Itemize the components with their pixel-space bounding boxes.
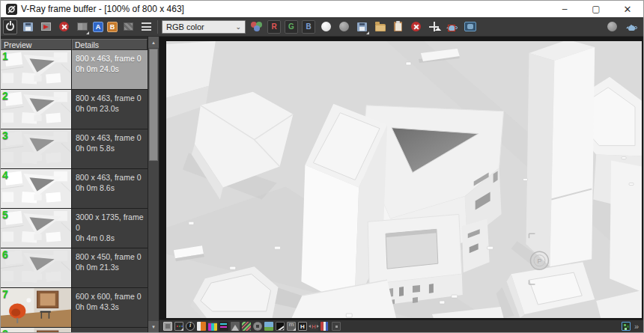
render-viewport: P H H bbox=[160, 37, 643, 332]
history-thumbnail[interactable]: 5 bbox=[1, 209, 72, 248]
history-row-details[interactable]: 800 x 463, frame 0 0h 0m 8.6s bbox=[72, 169, 148, 208]
pixel-info-icon[interactable] bbox=[186, 322, 195, 331]
scrollbar-thumb[interactable] bbox=[149, 49, 158, 161]
history-thumbnail[interactable]: 7 bbox=[1, 288, 72, 327]
alpha-channel-button[interactable] bbox=[319, 19, 333, 34]
maximize-button[interactable]: ▢ bbox=[580, 1, 612, 17]
history-thumbnail[interactable]: 3 bbox=[1, 129, 72, 168]
copy-to-clipboard-button[interactable] bbox=[391, 19, 405, 34]
display-corrections-icon[interactable] bbox=[174, 322, 183, 331]
history-row-number: 7 bbox=[2, 288, 8, 300]
lut-icon[interactable] bbox=[287, 322, 296, 331]
curve-editor-icon[interactable] bbox=[276, 322, 285, 331]
red-channel-button[interactable]: R bbox=[267, 20, 281, 34]
history-thumbnail[interactable]: 4 bbox=[1, 169, 72, 208]
render-time-text: 0h 0m 5.8s bbox=[76, 143, 144, 153]
levels-histogram-icon[interactable] bbox=[231, 322, 240, 331]
svg-text:P: P bbox=[537, 257, 541, 265]
channel-select-dropdown[interactable]: RGB color ⌄ bbox=[162, 20, 246, 34]
ab-compare-button[interactable] bbox=[75, 19, 89, 34]
render-time-text: 0h 0m 43.3s bbox=[76, 302, 144, 312]
history-row[interactable]: 8 600 x 600, frame 0 bbox=[1, 328, 148, 332]
region-render-teapot-icon bbox=[447, 22, 458, 31]
chevron-down-icon: ⌄ bbox=[235, 23, 241, 31]
track-mouse-button[interactable] bbox=[427, 19, 441, 34]
gray-circle-icon bbox=[339, 22, 349, 31]
region-render-button[interactable] bbox=[445, 19, 459, 34]
history-row-details[interactable]: 3000 x 1735, frame 0 0h 4m 0.8s bbox=[72, 209, 148, 248]
render-last-button[interactable] bbox=[625, 19, 639, 34]
render-size-text: 800 x 463, frame 0 bbox=[76, 172, 144, 183]
history-row[interactable]: 3 800 x 463, frame 0 0h 0m 5.8s bbox=[1, 129, 148, 169]
history-thumbnail[interactable]: 2 bbox=[1, 90, 72, 129]
close-button[interactable]: ✕ bbox=[612, 1, 643, 17]
render-size-text: 600 x 600, frame 0 bbox=[76, 331, 144, 332]
stop-render-button[interactable] bbox=[57, 19, 71, 34]
city-thumb-image bbox=[1, 129, 71, 168]
green-channel-button[interactable]: G bbox=[285, 20, 298, 34]
white-balance-icon[interactable] bbox=[219, 322, 228, 331]
blue-channel-button[interactable]: B bbox=[302, 20, 315, 34]
history-row-number: 6 bbox=[2, 248, 8, 260]
history-row-details[interactable]: 800 x 463, frame 0 0h 0m 5.8s bbox=[72, 129, 148, 168]
channel-select-value: RGB color bbox=[166, 22, 204, 31]
history-row-details[interactable]: 800 x 450, frame 0 0h 0m 21.3s bbox=[72, 248, 148, 287]
monochrome-button[interactable] bbox=[337, 19, 351, 34]
toolbar-separator bbox=[157, 20, 158, 34]
duplicate-buffer-button[interactable] bbox=[39, 19, 53, 34]
render-canvas[interactable]: P bbox=[160, 37, 643, 320]
histogram-toggle-button[interactable]: H bbox=[298, 322, 307, 331]
corrections-toolbar: H H » bbox=[160, 320, 643, 332]
color-clamp-icon[interactable] bbox=[197, 322, 206, 331]
render-image: P bbox=[166, 41, 642, 318]
vfb-menu-button[interactable] bbox=[139, 19, 154, 34]
enable-vfb-button[interactable] bbox=[3, 19, 17, 34]
load-image-button[interactable] bbox=[373, 19, 387, 34]
history-thumbnail[interactable]: 1 bbox=[1, 50, 72, 89]
history-row[interactable]: 1 800 x 463, frame 0 0h 0m 24.0s bbox=[1, 50, 148, 90]
history-row[interactable]: 4 800 x 463, frame 0 0h 0m 8.6s bbox=[1, 169, 148, 209]
interactive-render-button[interactable] bbox=[463, 19, 477, 34]
history-row[interactable]: 7 600 x 600, frame 0 0h 0m 43.3s bbox=[1, 288, 148, 328]
render-size-text: 3000 x 1735, frame 0 bbox=[76, 212, 144, 233]
floppy-icon bbox=[23, 22, 33, 31]
stamp-selected-icon[interactable] bbox=[622, 322, 631, 331]
history-row[interactable]: 5 3000 x 1735, frame 0 0h 4m 0.8s bbox=[1, 209, 148, 248]
exposure-gear-icon[interactable] bbox=[253, 322, 262, 331]
preview-column-header[interactable]: Preview bbox=[1, 39, 72, 50]
background-image-icon[interactable] bbox=[264, 322, 273, 331]
clear-image-button[interactable] bbox=[409, 19, 423, 34]
fullscreen-monitor-icon[interactable] bbox=[163, 322, 172, 331]
power-icon bbox=[6, 22, 14, 31]
history-row-details[interactable]: 800 x 463, frame 0 0h 0m 24.0s bbox=[72, 50, 148, 89]
scroll-down-arrow[interactable]: ▼ bbox=[148, 321, 159, 332]
history-thumbnail[interactable]: 6 bbox=[1, 248, 72, 287]
color-wheel-icon bbox=[251, 22, 262, 31]
history-row-details[interactable]: 600 x 600, frame 0 bbox=[72, 328, 148, 332]
srgb-toggle-icon[interactable] bbox=[332, 322, 341, 331]
grayscale-view-button[interactable] bbox=[121, 19, 136, 34]
window-title: V-Ray frame buffer - [100% of 800 x 463] bbox=[21, 4, 184, 14]
history-scrollbar[interactable]: ▲ ▼ bbox=[148, 37, 160, 332]
save-image-button[interactable] bbox=[21, 19, 35, 34]
set-a-button[interactable]: A bbox=[93, 22, 103, 32]
rgb-channels-button[interactable] bbox=[249, 19, 264, 34]
details-column-header[interactable]: Details bbox=[72, 39, 148, 50]
history-row-number: 3 bbox=[2, 129, 8, 141]
icc-profile-icon[interactable] bbox=[321, 322, 329, 331]
history-row-details[interactable]: 600 x 600, frame 0 0h 0m 43.3s bbox=[72, 288, 148, 327]
minimize-button[interactable]: – bbox=[549, 1, 580, 17]
history-row[interactable]: 6 800 x 450, frame 0 0h 0m 21.3s bbox=[1, 248, 148, 288]
history-thumbnail[interactable]: 8 bbox=[1, 328, 72, 332]
save-all-channels-button[interactable] bbox=[355, 19, 369, 34]
hdr-toggle-button[interactable]: H bbox=[309, 322, 318, 331]
set-b-button[interactable]: B bbox=[107, 22, 118, 32]
render-scene-disabled-button[interactable] bbox=[605, 19, 619, 34]
history-row-details[interactable]: 800 x 463, frame 0 0h 0m 23.0s bbox=[72, 90, 148, 129]
city-thumb-image bbox=[1, 50, 71, 89]
history-row[interactable]: 2 800 x 463, frame 0 0h 0m 23.0s bbox=[1, 90, 148, 129]
scroll-up-arrow[interactable]: ▲ bbox=[148, 37, 159, 48]
curves-diagonal-icon[interactable] bbox=[242, 322, 251, 331]
view-clamped-colors-icon[interactable] bbox=[208, 322, 217, 331]
expand-chevrons-icon[interactable]: » bbox=[634, 322, 639, 331]
